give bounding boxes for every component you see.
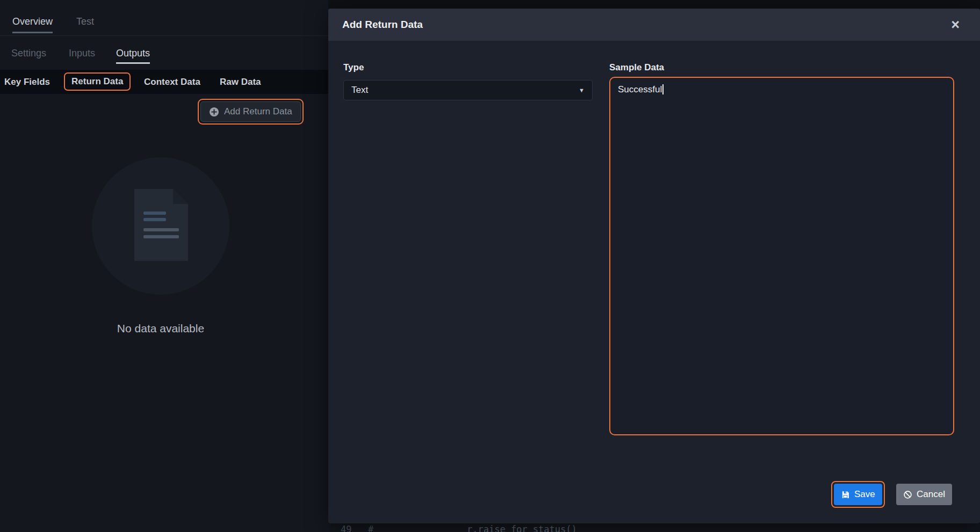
app-screen: Overview Test Settings Inputs Outputs Ke…: [0, 0, 980, 532]
tab-context-data[interactable]: Context Data: [144, 70, 200, 94]
tab-return-data[interactable]: Return Data: [64, 72, 131, 91]
tab-settings[interactable]: Settings: [11, 48, 46, 59]
plus-circle-icon: [209, 107, 219, 117]
tab-inputs[interactable]: Inputs: [69, 48, 95, 59]
document-icon: [134, 189, 188, 261]
sample-data-value: Successful: [618, 84, 662, 94]
add-return-data-highlight-ring: Add Return Data: [198, 99, 304, 125]
modal-header: Add Return Data ×: [328, 9, 980, 41]
tab-test[interactable]: Test: [76, 16, 94, 27]
type-selected-value: Text: [351, 81, 368, 100]
type-select-dropdown[interactable]: Text ▼: [343, 80, 593, 100]
add-return-data-modal: Add Return Data × Type Text ▼ Sample Dat…: [328, 9, 980, 523]
output-subtab-bar: Key Fields Return Data Context Data Raw …: [0, 70, 328, 94]
tab-outputs[interactable]: Outputs: [116, 48, 150, 64]
backdrop-strip: [328, 0, 980, 9]
tab-overview[interactable]: Overview: [12, 16, 53, 33]
sample-data-textarea[interactable]: Successful: [609, 77, 954, 435]
code-editor-clipped-line: 49 # r.raise_for_status(): [328, 522, 980, 532]
save-button-label: Save: [854, 489, 875, 500]
tab-raw-data[interactable]: Raw Data: [220, 70, 261, 94]
tab-key-fields[interactable]: Key Fields: [4, 70, 50, 94]
chevron-down-icon: ▼: [579, 81, 585, 100]
text-cursor: [662, 84, 664, 94]
empty-state-message: No data available: [81, 322, 240, 335]
save-button[interactable]: Save: [834, 484, 882, 505]
modal-title: Add Return Data: [342, 19, 423, 31]
code-comment-marker: #: [368, 522, 373, 532]
add-return-data-label: Add Return Data: [224, 106, 292, 117]
type-field-label: Type: [343, 62, 364, 73]
code-line-text: r.raise_for_status(): [467, 522, 577, 532]
save-highlight-ring: Save: [831, 481, 885, 508]
document-line: [143, 235, 179, 238]
save-floppy-icon: [841, 490, 850, 499]
add-return-data-button[interactable]: Add Return Data: [200, 101, 301, 122]
cancel-button[interactable]: Cancel: [896, 484, 952, 505]
document-line: [143, 228, 179, 231]
divider: [0, 35, 328, 36]
sample-data-field-label: Sample Data: [609, 62, 664, 73]
cancel-button-label: Cancel: [917, 489, 945, 500]
document-line: [143, 212, 166, 215]
code-line-number: 49: [341, 522, 351, 532]
cancel-prohibition-icon: [903, 490, 912, 499]
document-line: [143, 218, 166, 221]
empty-state-illustration: [92, 157, 229, 295]
close-icon[interactable]: ×: [951, 18, 960, 32]
